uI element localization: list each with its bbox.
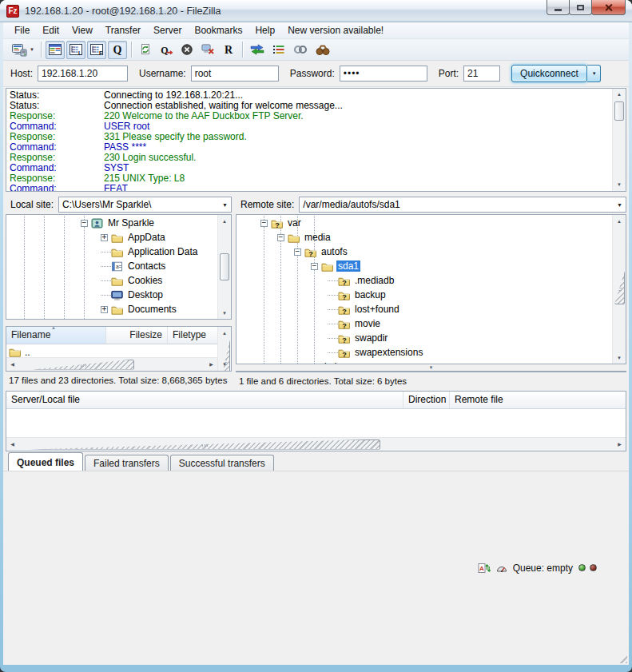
file-row[interactable]: .. [6, 344, 217, 357]
collapse-box-icon[interactable]: − [277, 234, 284, 241]
column-header-filename[interactable]: Filename [237, 372, 626, 372]
tree-item[interactable]: −sda1 [237, 259, 612, 273]
menu-item-help[interactable]: Help [248, 23, 281, 38]
resize-grip[interactable] [617, 653, 627, 663]
sash-collapse-icon[interactable]: ▼ [429, 365, 434, 370]
menu-item-new-version-available[interactable]: New version available! [281, 23, 390, 38]
refresh-button[interactable] [136, 41, 155, 59]
scroll-down-icon[interactable]: ▼ [613, 352, 626, 364]
expand-box-icon[interactable]: + [101, 234, 108, 241]
menu-item-transfer[interactable]: Transfer [99, 23, 147, 38]
tab-successful-transfers[interactable]: Successful transfers [170, 455, 274, 471]
menu-item-server[interactable]: Server [147, 23, 188, 38]
scroll-right-icon[interactable]: ▶ [614, 438, 626, 451]
scroll-up-icon[interactable]: ▲ [613, 89, 626, 101]
transfer-type-icon[interactable]: A [478, 563, 491, 574]
log-vscrollbar[interactable]: ▲ ▼ [612, 89, 626, 191]
tree-item[interactable]: ?dvd [237, 360, 612, 364]
tab-failed-transfers[interactable]: Failed transfers [85, 455, 169, 471]
tree-item[interactable]: ?movie [237, 316, 612, 331]
quickconnect-dropdown-button[interactable]: ▼ [587, 65, 601, 82]
maximize-button[interactable] [569, 0, 592, 15]
filter-button[interactable] [269, 41, 288, 59]
tree-item[interactable]: +Documents [6, 302, 217, 316]
remote-site-combo[interactable]: /var/media/autofs/sda1 ▼ [299, 197, 626, 213]
username-input[interactable] [191, 66, 279, 82]
tree-item[interactable]: ?backup [237, 288, 612, 302]
tab-queued-files[interactable]: Queued files [8, 452, 83, 471]
toggle-queue-button[interactable]: Q [108, 41, 127, 59]
scroll-left-icon[interactable]: ◀ [6, 358, 18, 371]
column-header-remote-file[interactable]: Remote file [450, 392, 626, 408]
local-tree-vscrollbar[interactable]: ▲ ▼ [217, 215, 231, 319]
menu-item-edit[interactable]: Edit [36, 23, 66, 38]
local-site-combo[interactable]: C:\Users\Mr Sparkle\ ▼ [58, 197, 232, 213]
tree-item[interactable]: −?var [237, 216, 612, 230]
compare-button[interactable] [247, 41, 268, 59]
remote-tree-scroll-thumb[interactable] [614, 271, 625, 304]
menu-item-file[interactable]: File [8, 23, 36, 38]
site-manager-button[interactable]: ▼ [9, 41, 37, 59]
collapse-box-icon[interactable]: − [260, 220, 268, 227]
menu-item-bookmarks[interactable]: Bookmarks [188, 23, 248, 38]
local-list-hscroll-thumb[interactable] [33, 360, 134, 370]
column-header-filesize[interactable]: Filesize [106, 327, 168, 344]
tree-item[interactable]: ?lost+found [237, 302, 612, 316]
tree-item[interactable]: Application Data [6, 245, 217, 259]
close-button[interactable] [591, 0, 626, 15]
column-header-filename[interactable]: ▲Filename [6, 327, 106, 344]
menu-item-view[interactable]: View [66, 23, 99, 38]
toggle-local-tree-button[interactable]: L [66, 41, 85, 59]
local-tree-scroll-thumb[interactable] [220, 253, 229, 280]
toggle-log-button[interactable] [46, 41, 65, 59]
queue-hscroll-thumb[interactable] [29, 439, 380, 450]
scroll-right-icon[interactable]: ▶ [205, 358, 217, 371]
password-input[interactable] [340, 66, 427, 82]
quickconnect-button[interactable]: Quickconnect [511, 65, 587, 82]
tree-item[interactable]: ?.mediadb [237, 273, 612, 288]
scroll-down-icon[interactable]: ▼ [218, 307, 231, 319]
queue-hscrollbar[interactable]: ◀ ▶ [6, 437, 626, 451]
tree-item[interactable]: +Downloads [6, 316, 217, 319]
cancel-button[interactable] [177, 41, 197, 59]
sync-browsing-button[interactable] [290, 41, 311, 59]
log-scroll-thumb[interactable] [614, 101, 624, 121]
tree-item[interactable]: −media [237, 230, 612, 245]
port-input[interactable] [463, 66, 500, 82]
reconnect-button[interactable]: R [219, 41, 238, 59]
process-queue-button[interactable]: Q [157, 41, 176, 59]
scroll-down-icon[interactable]: ▼ [218, 359, 231, 371]
local-list-vscrollbar[interactable]: ▲ ▼ [217, 327, 231, 371]
local-list-hscrollbar[interactable]: ◀ ▶ [6, 357, 217, 371]
titlebar[interactable]: Fz 192.168.1.20 - root@192.168.1.20 - Fi… [0, 0, 632, 22]
disconnect-button[interactable] [198, 41, 217, 59]
scroll-left-icon[interactable]: ◀ [6, 438, 18, 451]
tree-item[interactable]: −Mr Sparkle [6, 216, 217, 230]
scroll-down-icon[interactable]: ▼ [613, 179, 626, 191]
expand-box-icon[interactable]: + [101, 306, 108, 313]
scroll-up-icon[interactable]: ▲ [218, 215, 231, 227]
scroll-up-icon[interactable]: ▲ [613, 215, 626, 227]
tree-item[interactable]: −?autofs [237, 245, 612, 259]
tree-item[interactable]: +AppData [6, 230, 217, 245]
column-header-server-local-file[interactable]: Server/Local file [6, 392, 403, 408]
tree-item[interactable]: a=Contacts [6, 259, 217, 273]
remote-tree-vscrollbar[interactable]: ▲ ▼ [612, 215, 626, 364]
chevron-down-icon[interactable]: ▼ [617, 202, 622, 208]
tree-item[interactable]: Desktop [6, 288, 217, 302]
collapse-box-icon[interactable]: − [81, 220, 88, 227]
tree-item[interactable]: Cookies [6, 273, 217, 288]
tree-item[interactable]: ?swapextensions [237, 345, 612, 360]
host-input[interactable] [38, 66, 128, 82]
chevron-down-icon[interactable]: ▼ [222, 202, 228, 208]
collapse-box-icon[interactable]: − [294, 249, 301, 256]
remote-splitter[interactable]: ▼ [236, 364, 626, 371]
collapse-box-icon[interactable]: − [311, 263, 318, 270]
scroll-up-icon[interactable]: ▲ [218, 327, 231, 339]
find-files-button[interactable] [312, 41, 333, 59]
toggle-remote-tree-button[interactable]: F [87, 41, 106, 59]
tree-item[interactable]: ?swapdir [237, 331, 612, 345]
speed-gauge-icon[interactable] [495, 563, 508, 574]
column-header-direction[interactable]: Direction [403, 392, 450, 408]
minimize-button[interactable] [547, 0, 570, 15]
